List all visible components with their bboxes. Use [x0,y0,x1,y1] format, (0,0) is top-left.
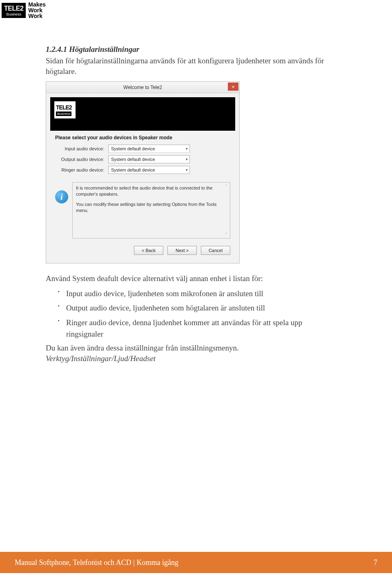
logo-main: TELE2 [4,5,23,12]
ringer-device-label: Ringer audio device: [55,167,108,172]
dialog-banner-badge: TELE2 Business [54,101,76,118]
form-row-ringer: Ringer audio device: System default devi… [55,166,230,174]
header-logo: TELE2 Business Makes Work Work [2,2,46,19]
dialog-title: Welcome to Tele2 [123,85,162,90]
input-device-select[interactable]: System default device ▾ [108,145,190,153]
tagline-line: Work [28,7,46,13]
form-row-input: Input audio device: System default devic… [55,145,230,153]
select-value: System default device [111,146,155,151]
select-value: System default device [111,167,155,172]
info-line: It is recommended to select the audio de… [76,185,227,197]
footer-page-number: 7 [374,558,377,567]
dialog-banner: TELE2 Business [50,97,235,131]
dialog-buttons: < Back Next > Cancel [55,246,230,257]
info-textbox: It is recommended to select the audio de… [72,182,230,239]
logo-sub: Business [4,13,23,16]
post-outro-path: Verktyg/Inställningar/Ljud/Headset [46,353,327,364]
footer-title: Manual Softphone, Telefonist och ACD | K… [15,558,178,567]
next-button[interactable]: Next > [167,246,197,255]
input-device-label: Input audio device: [55,146,108,151]
chevron-down-icon: ▾ [186,157,188,161]
output-device-select[interactable]: System default device ▾ [108,155,190,163]
list-item: Input audio device, ljudenheten som mikr… [58,288,327,299]
page-content: 1.2.4.1 Högtalarinställningar Sidan för … [46,45,327,368]
dialog-prompt: Please select your audio devices in Spea… [55,135,230,141]
post-lead: Använd System deafult device alternativt… [46,273,327,284]
tagline-line: Work [28,13,46,19]
output-device-label: Output audio device: [55,157,108,162]
section-intro: Sidan för högtalarinställningarna använd… [46,56,327,76]
select-value: System default device [111,157,155,162]
form-row-output: Output audio device: System default devi… [55,155,230,163]
info-icon: i [55,190,68,203]
bullet-list: Input audio device, ljudenheten som mikr… [46,288,327,339]
dialog-body: Please select your audio devices in Spea… [46,135,239,263]
cancel-button[interactable]: Cancel [201,246,230,255]
post-dialog-text: Använd System deafult device alternativt… [46,273,327,364]
list-item: Output audio device, ljudenheten som hög… [58,302,327,314]
close-button[interactable]: × [228,83,238,91]
dialog-titlebar: Welcome to Tele2 × [46,82,239,93]
badge-sub: Business [56,112,71,116]
scroll-down-icon[interactable]: ˅ [223,232,229,237]
dialog-window: Welcome to Tele2 × TELE2 Business Please… [46,81,240,263]
list-item: Ringer audio device, denna ljudenhet kom… [58,317,327,339]
section-heading: 1.2.4.1 Högtalarinställningar [46,45,327,54]
scroll-up-icon[interactable]: ˄ [223,183,229,189]
ringer-device-select[interactable]: System default device ▾ [108,166,190,174]
back-button[interactable]: < Back [134,246,163,255]
chevron-down-icon: ▾ [186,168,188,172]
info-area: i It is recommended to select the audio … [55,178,230,239]
tagline: Makes Work Work [28,2,46,19]
page-footer: Manual Softphone, Telefonist och ACD | K… [0,552,392,573]
badge-main: TELE2 [56,104,72,111]
chevron-down-icon: ▾ [186,147,188,151]
post-outro: Du kan även ändra dessa inställningar fr… [46,343,327,353]
info-line: You can modify these settings later by s… [76,201,227,214]
tagline-line: Makes [28,2,46,7]
tele2-badge: TELE2 Business [2,3,26,18]
